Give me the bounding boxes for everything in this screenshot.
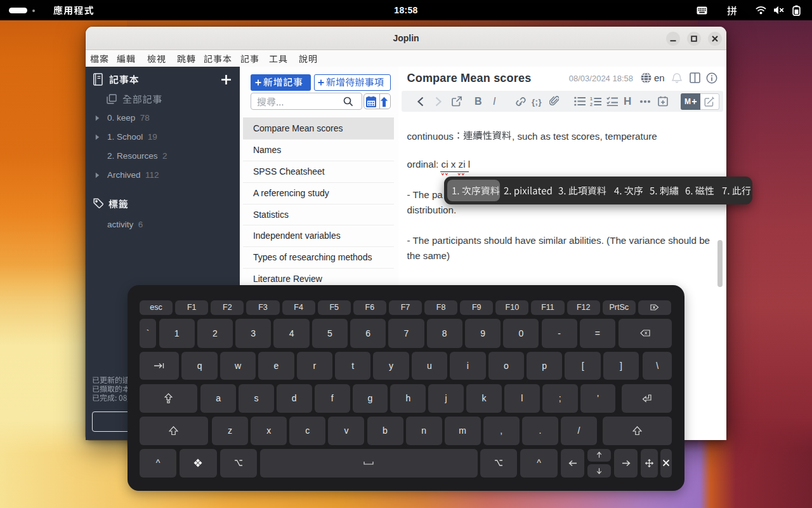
svg-text:2: 2	[590, 102, 593, 107]
svg-text:1: 1	[590, 97, 593, 101]
